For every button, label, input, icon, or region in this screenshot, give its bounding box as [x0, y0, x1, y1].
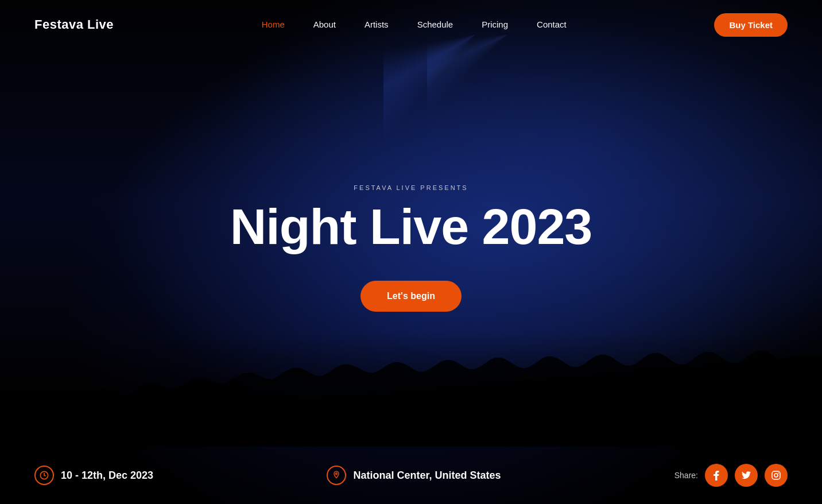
nav-links: Home About Artists Schedule Pricing Cont…: [262, 20, 567, 30]
nav-item-pricing[interactable]: Pricing: [482, 20, 508, 30]
svg-point-4: [778, 472, 779, 474]
nav-item-contact[interactable]: Contact: [537, 20, 567, 30]
hero-title: Night Live 2023: [230, 201, 592, 252]
navbar: Festava Live Home About Artists Schedule…: [0, 0, 822, 49]
svg-point-3: [774, 474, 778, 477]
nav-item-schedule[interactable]: Schedule: [417, 20, 453, 30]
nav-item-artists[interactable]: Artists: [365, 20, 389, 30]
share-section: Share:: [674, 464, 788, 487]
svg-rect-2: [772, 471, 780, 479]
nav-link-contact[interactable]: Contact: [537, 20, 567, 29]
nav-item-home[interactable]: Home: [262, 20, 285, 30]
twitter-button[interactable]: [735, 464, 758, 487]
brand-logo: Festava Live: [34, 17, 114, 32]
nav-link-artists[interactable]: Artists: [365, 20, 389, 29]
footer-bar: 10 - 12th, Dec 2023 National Center, Uni…: [0, 447, 822, 504]
event-date: 10 - 12th, Dec 2023: [34, 466, 153, 485]
location-icon: [327, 466, 346, 485]
nav-link-pricing[interactable]: Pricing: [482, 20, 508, 29]
nav-item-about[interactable]: About: [313, 20, 336, 30]
clock-icon: [34, 466, 54, 485]
nav-link-home[interactable]: Home: [262, 20, 285, 29]
event-location: National Center, United States: [327, 466, 501, 485]
lets-begin-button[interactable]: Let's begin: [360, 281, 462, 312]
hero-presenter-text: FESTAVA LIVE PRESENTS: [354, 184, 468, 191]
event-date-text: 10 - 12th, Dec 2023: [61, 470, 153, 482]
svg-point-1: [336, 473, 338, 475]
nav-link-about[interactable]: About: [313, 20, 336, 29]
instagram-button[interactable]: [765, 464, 788, 487]
event-location-text: National Center, United States: [353, 470, 501, 482]
hero-section: FESTAVA LIVE PRESENTS Night Live 2023 Le…: [0, 49, 822, 447]
share-label: Share:: [674, 471, 698, 480]
nav-link-schedule[interactable]: Schedule: [417, 20, 453, 29]
facebook-button[interactable]: [705, 464, 728, 487]
buy-ticket-button[interactable]: Buy Ticket: [714, 13, 788, 37]
